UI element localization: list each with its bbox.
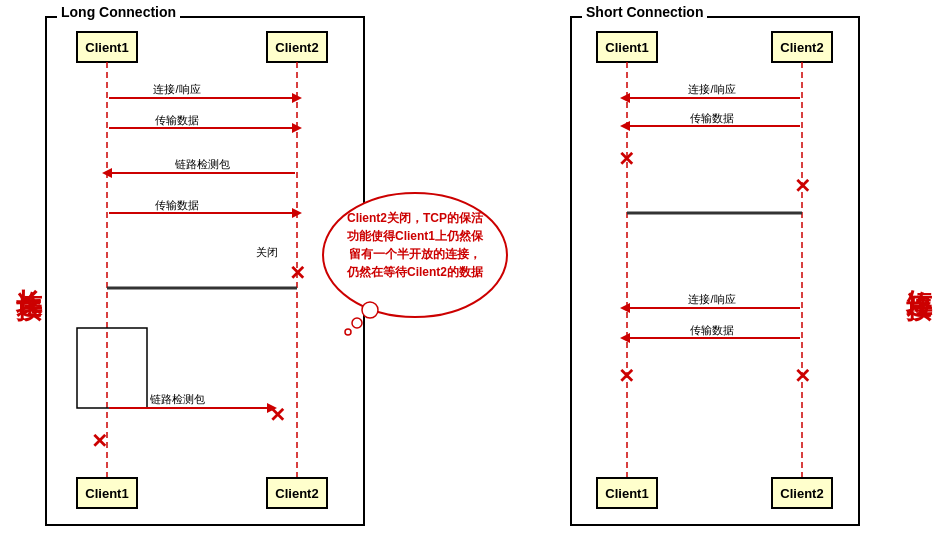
long-connection-title: Long Connection: [57, 4, 180, 20]
svg-text:✕: ✕: [618, 148, 635, 170]
svg-text:Client1: Client1: [605, 486, 648, 501]
svg-text:✕: ✕: [269, 404, 286, 426]
svg-rect-64: [772, 478, 832, 508]
short-connection-svg: Client1 Client2 连接/响应 传输数据 ✕ ✕: [572, 18, 862, 528]
svg-text:Client2关闭，TCP的保活: Client2关闭，TCP的保活: [347, 211, 484, 225]
long-connection-diagram: Long Connection Client1 Client2 连接/响应: [45, 16, 365, 526]
svg-text:传输数据: 传输数据: [690, 324, 734, 336]
svg-rect-41: [772, 32, 832, 62]
svg-marker-49: [620, 121, 630, 131]
svg-text:✕: ✕: [289, 262, 306, 284]
svg-rect-0: [77, 32, 137, 62]
long-connection-box: Long Connection Client1 Client2 连接/响应: [45, 16, 365, 526]
svg-text:传输数据: 传输数据: [155, 199, 199, 211]
svg-text:链路检测包: 链路检测包: [174, 158, 230, 170]
svg-marker-10: [292, 123, 302, 133]
svg-rect-39: [597, 32, 657, 62]
left-side-label: 长连接: [12, 268, 47, 274]
svg-rect-21: [77, 328, 147, 408]
svg-text:留有一个半开放的连接，: 留有一个半开放的连接，: [349, 247, 481, 261]
svg-text:传输数据: 传输数据: [155, 114, 199, 126]
svg-marker-13: [102, 168, 112, 178]
svg-text:Client2: Client2: [275, 40, 318, 55]
svg-text:✕: ✕: [618, 365, 635, 387]
svg-text:✕: ✕: [794, 365, 811, 387]
long-connection-svg: Client1 Client2 连接/响应 传输数据 链路: [47, 18, 367, 528]
svg-text:传输数据: 传输数据: [690, 112, 734, 124]
short-connection-box: Short Connection Client1 Client2 连接/响应: [570, 16, 860, 526]
svg-rect-29: [267, 478, 327, 508]
svg-text:功能使得Client1上仍然保: 功能使得Client1上仍然保: [347, 229, 484, 243]
svg-marker-46: [620, 93, 630, 103]
svg-text:Client1: Client1: [85, 40, 128, 55]
svg-text:连接/响应: 连接/响应: [688, 83, 735, 95]
svg-text:Client1: Client1: [85, 486, 128, 501]
svg-text:连接/响应: 连接/响应: [688, 293, 735, 305]
svg-text:Client2: Client2: [780, 486, 823, 501]
right-side-label: 短连接: [902, 268, 937, 274]
svg-text:Client1: Client1: [605, 40, 648, 55]
svg-text:Client2: Client2: [780, 40, 823, 55]
svg-marker-16: [292, 208, 302, 218]
svg-text:Client2: Client2: [275, 486, 318, 501]
short-connection-title: Short Connection: [582, 4, 707, 20]
svg-rect-2: [267, 32, 327, 62]
main-container: 长连接 短连接 Long Connection Client1 Client2: [0, 0, 945, 542]
svg-text:连接/响应: 连接/响应: [153, 83, 200, 95]
svg-text:✕: ✕: [794, 175, 811, 197]
svg-rect-62: [597, 478, 657, 508]
svg-text:仍然在等待Cilent2的数据: 仍然在等待Cilent2的数据: [346, 265, 484, 279]
svg-text:✕: ✕: [91, 430, 108, 452]
svg-text:关闭: 关闭: [256, 246, 278, 258]
svg-marker-23: [267, 403, 277, 413]
svg-rect-27: [77, 478, 137, 508]
svg-marker-58: [620, 333, 630, 343]
short-connection-diagram: Short Connection Client1 Client2 连接/响应: [570, 16, 860, 526]
svg-marker-55: [620, 303, 630, 313]
svg-marker-7: [292, 93, 302, 103]
svg-text:链路检测包: 链路检测包: [149, 393, 205, 405]
